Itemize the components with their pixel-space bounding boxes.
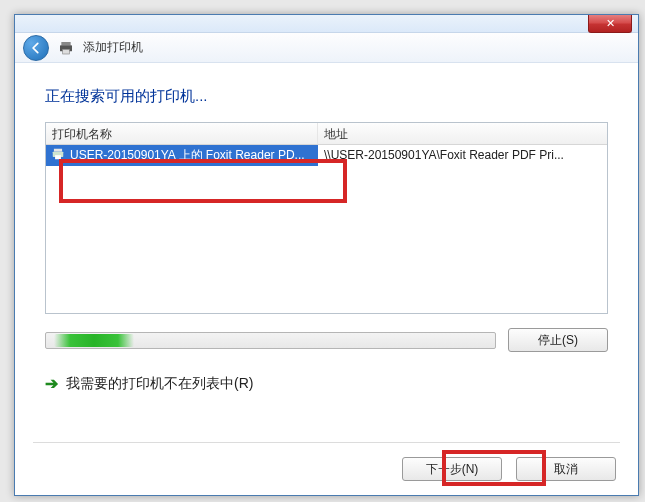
search-progress [45,332,496,349]
printer-icon [50,147,66,164]
column-header-name[interactable]: 打印机名称 [46,123,318,144]
progress-row: 停止(S) [45,328,608,352]
arrow-right-icon: ➔ [45,374,58,393]
back-button[interactable] [23,35,49,61]
divider [33,442,620,443]
arrow-left-icon [29,41,43,55]
titlebar: ✕ [15,15,638,33]
content-area: 正在搜索可用的打印机... 打印机名称 地址 USER-20150901YA 上… [15,63,638,407]
add-printer-window: ✕ 添加打印机 正在搜索可用的打印机... 打印机名称 地址 [14,14,639,496]
table-row[interactable]: USER-20150901YA 上的 Foxit Reader PD... \\… [46,145,607,165]
not-listed-text: 我需要的打印机不在列表中(R) [66,375,253,393]
close-icon: ✕ [606,17,615,29]
cancel-button[interactable]: 取消 [516,457,616,481]
progress-chunk [54,334,134,347]
column-header-address[interactable]: 地址 [318,123,607,144]
footer-buttons: 下一步(N) 取消 [402,457,616,481]
svg-rect-3 [54,148,62,151]
page-title: 正在搜索可用的打印机... [45,87,608,106]
printer-name-text: USER-20150901YA 上的 Foxit Reader PD... [70,147,305,164]
breadcrumb-title: 添加打印机 [83,39,143,56]
printer-list[interactable]: 打印机名称 地址 USER-20150901YA 上的 Foxit Reader… [45,122,608,314]
svg-rect-5 [55,155,61,159]
svg-rect-0 [61,42,70,45]
svg-rect-2 [63,49,70,54]
list-header: 打印机名称 地址 [46,123,607,145]
stop-button[interactable]: 停止(S) [508,328,608,352]
cell-printer-address: \\USER-20150901YA\Foxit Reader PDF Pri..… [318,146,607,164]
next-button[interactable]: 下一步(N) [402,457,502,481]
breadcrumb: 添加打印机 [15,33,638,63]
cell-printer-name: USER-20150901YA 上的 Foxit Reader PD... [46,145,318,166]
close-button[interactable]: ✕ [588,15,632,33]
printer-icon [57,40,75,56]
not-listed-link[interactable]: ➔ 我需要的打印机不在列表中(R) [45,374,608,393]
